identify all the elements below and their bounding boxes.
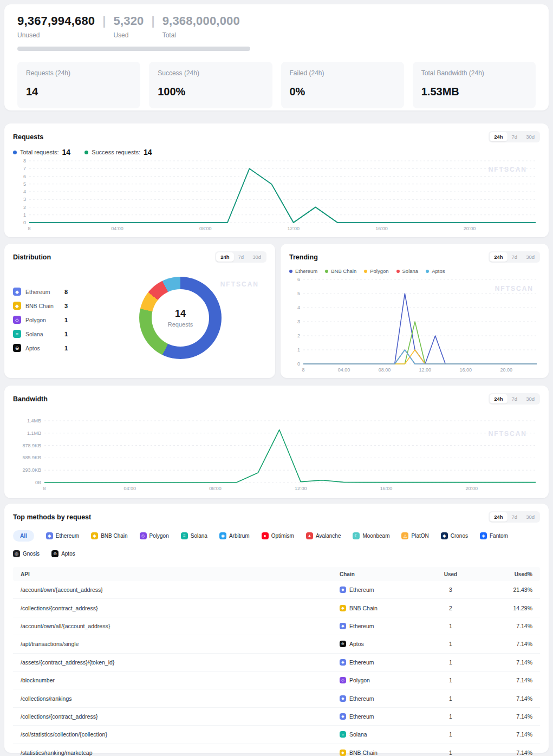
range-option-24h[interactable]: 24h: [490, 394, 507, 403]
legend-dot-icon: [325, 270, 328, 273]
solana-icon: ≡: [13, 330, 21, 338]
donut-center-label: Requests: [168, 321, 193, 328]
chain-filter-chips: All◆Ethereum◆BNB Chain◇Polygon≡Solana◉Ar…: [13, 530, 533, 559]
svg-text:1.4MB: 1.4MB: [27, 418, 41, 423]
col-api: API: [21, 571, 340, 577]
range-option-24h[interactable]: 24h: [490, 512, 507, 522]
chain-chip-avalanche[interactable]: ▲Avalanche: [306, 530, 341, 542]
legend-item[interactable]: Total requests: 14: [13, 148, 70, 157]
stat-label: Total Bandwidth (24h): [421, 69, 527, 77]
table-row[interactable]: /blocknumber ◇ Polygon 1 7.14%: [13, 672, 540, 689]
chip-label: Ethereum: [56, 533, 79, 539]
distribution-legend-item[interactable]: ≡ Solana 1: [13, 330, 94, 338]
chip-label: Gnosis: [23, 551, 40, 557]
chain-chip-bnb-chain[interactable]: ◆BNB Chain: [91, 530, 127, 542]
aptos-icon: ⊖: [340, 641, 346, 647]
chain-chip-solana[interactable]: ≡Solana: [181, 530, 207, 542]
table-row[interactable]: /collections/{contract_address} ◆ Ethere…: [13, 708, 540, 726]
chain-name: Polygon: [349, 677, 370, 683]
svg-text:6: 6: [23, 174, 26, 179]
chain-chip-optimism[interactable]: ●Optimism: [262, 530, 294, 542]
svg-text:6: 6: [297, 277, 300, 282]
range-option-30d[interactable]: 30d: [522, 132, 539, 141]
usage-numbers: 9,367,994,680 Unused | 5,320 Used | 9,36…: [17, 14, 536, 39]
distribution-legend-item[interactable]: ◆ Ethereum 8: [13, 288, 94, 296]
chain-chip-ethereum[interactable]: ◆Ethereum: [46, 530, 79, 542]
svg-text:7: 7: [23, 166, 26, 171]
trending-chart: 0123456804:0008:0012:0016:0020:00: [289, 274, 540, 380]
svg-text:20:00: 20:00: [465, 486, 478, 491]
range-option-7d[interactable]: 7d: [508, 132, 522, 141]
stat-card-0: Requests (24h) 14: [17, 62, 140, 108]
range-option-7d[interactable]: 7d: [508, 512, 522, 522]
range-option-7d[interactable]: 7d: [234, 252, 249, 262]
chain-chip-moonbeam[interactable]: ☾Moonbeam: [353, 530, 389, 542]
distribution-legend-item[interactable]: ◇ Polygon 1: [13, 316, 94, 324]
api-path: /account/own/all/{account_address}: [21, 623, 340, 629]
chain-chip-arbitrum[interactable]: ◉Arbitrum: [219, 530, 250, 542]
trending-legend-item[interactable]: Solana: [396, 268, 419, 274]
chain-chip-gnosis[interactable]: ◎Gnosis: [13, 548, 40, 559]
range-option-30d[interactable]: 30d: [522, 512, 539, 522]
svg-text:12:00: 12:00: [288, 226, 300, 231]
table-row[interactable]: /assets/{contract_address}/{token_id} ◆ …: [13, 654, 540, 672]
range-option-7d[interactable]: 7d: [508, 252, 522, 262]
svg-text:08:00: 08:00: [209, 486, 222, 491]
distribution-legend-item[interactable]: ⊖ Aptos 1: [13, 344, 94, 352]
chain-chip-cronos[interactable]: ◆Cronos: [441, 530, 468, 542]
range-option-24h[interactable]: 24h: [490, 132, 507, 141]
svg-text:1: 1: [297, 347, 300, 353]
legend-dot-icon: [289, 270, 292, 273]
distribution-legend-item[interactable]: ◆ BNB Chain 3: [13, 302, 94, 310]
aptos-icon: ⊖: [51, 550, 58, 557]
range-option-30d[interactable]: 30d: [522, 394, 539, 403]
trending-legend-item[interactable]: BNB Chain: [325, 268, 356, 274]
requests-panel: Requests 24h7d30d Total requests: 14 Suc…: [4, 123, 549, 237]
table-row[interactable]: /sol/statistics/collection/{collection} …: [13, 726, 540, 744]
range-option-7d[interactable]: 7d: [508, 394, 522, 403]
chain-chip-all[interactable]: All: [13, 530, 34, 542]
svg-text:878.9KB: 878.9KB: [22, 443, 41, 448]
stat-card-3: Total Bandwidth (24h) 1.53MB: [413, 62, 536, 108]
chain-name: Ethereum: [349, 695, 374, 702]
table-row[interactable]: /account/own/all/{account_address} ◆ Eth…: [13, 617, 540, 635]
total-block: 9,368,000,000 Total: [162, 14, 240, 39]
table-row[interactable]: /collections/rankings ◆ Ethereum 1 7.14%: [13, 689, 540, 707]
trending-legend-item[interactable]: Polygon: [364, 268, 388, 274]
range-option-24h[interactable]: 24h: [490, 252, 507, 262]
chain-chip-aptos[interactable]: ⊖Aptos: [51, 548, 75, 559]
methods-table: API Chain Used Used% /account/own/{accou…: [13, 567, 540, 756]
chain-name: Ethereum: [25, 289, 64, 295]
bandwidth-panel: Bandwidth 24h7d30d 0B293.0KB585.9KB878.9…: [4, 386, 549, 498]
used-percent: 7.14%: [480, 750, 532, 756]
range-option-30d[interactable]: 30d: [248, 252, 265, 262]
range-option-30d[interactable]: 30d: [522, 252, 539, 262]
trending-legend-item[interactable]: Aptos: [426, 268, 445, 274]
svg-text:04:00: 04:00: [338, 367, 350, 373]
legend-label: Success requests:: [92, 149, 140, 155]
chip-label: Fantom: [490, 533, 508, 539]
usage-summary-card: 9,367,994,680 Unused | 5,320 Used | 9,36…: [4, 4, 549, 110]
gnosis-icon: ◎: [13, 550, 20, 557]
svg-text:0: 0: [297, 361, 300, 367]
trending-legend-item[interactable]: Ethereum: [289, 268, 317, 274]
chain-chip-polygon[interactable]: ◇Polygon: [140, 530, 169, 542]
used-percent: 21.43%: [480, 586, 532, 593]
range-option-24h[interactable]: 24h: [216, 252, 233, 262]
chip-label: Arbitrum: [229, 533, 250, 539]
legend-item[interactable]: Success requests: 14: [84, 148, 152, 157]
table-row[interactable]: /apt/transactions/single ⊖ Aptos 1 7.14%: [13, 635, 540, 653]
used-percent: 7.14%: [480, 659, 532, 666]
svg-text:08:00: 08:00: [379, 367, 391, 373]
stat-cards: Requests (24h) 14Success (24h) 100%Faile…: [17, 62, 536, 108]
table-row[interactable]: /account/own/{account_address} ◆ Ethereu…: [13, 581, 540, 599]
chain-chip-fantom[interactable]: ◈Fantom: [480, 530, 508, 542]
separator: |: [152, 14, 155, 28]
chain-chip-platon[interactable]: △PlatON: [401, 530, 428, 542]
chain-name: Aptos: [25, 345, 64, 351]
used-percent: 7.14%: [480, 623, 532, 629]
table-row[interactable]: /statistics/ranking/marketcap ◆ BNB Chai…: [13, 744, 540, 756]
table-row[interactable]: /collections/{contract_address} ◆ BNB Ch…: [13, 599, 540, 617]
legend-label: BNB Chain: [331, 268, 356, 274]
svg-text:585.9KB: 585.9KB: [22, 455, 41, 460]
